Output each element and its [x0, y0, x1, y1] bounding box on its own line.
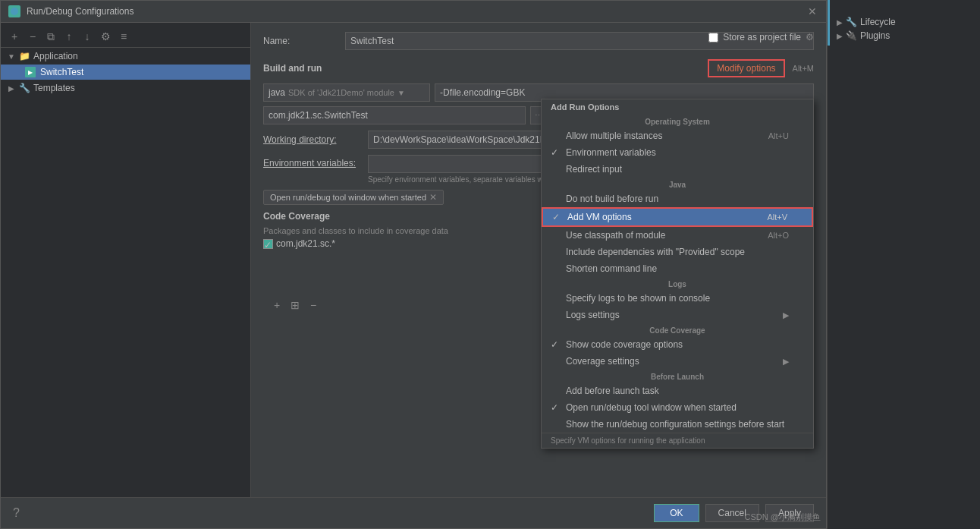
sdk-dropdown-arrow: ▼	[397, 89, 405, 97]
templates-expand-icon: ▶	[7, 83, 16, 93]
plugins-icon: 🔌	[846, 30, 857, 41]
menu-section-before-launch: Before Launch	[542, 370, 813, 383]
right-panel-plugins[interactable]: ▶ 🔌 Plugins	[834, 29, 974, 43]
run-debug-dialog: Run/Debug Configurations ✕ + − ⧉ ↑ ↓ ⚙ ≡…	[0, 0, 827, 529]
menu-section-operating-system: Operating System	[542, 115, 813, 128]
watermark: CSDN @小满别摸鱼	[745, 512, 821, 523]
menu-item-redirect-input[interactable]: Redirect input	[542, 161, 813, 178]
env-vars-label: Environment variables:	[263, 158, 362, 168]
dropdown-menu: Add Run Options Operating System Allow m…	[541, 99, 814, 449]
coverage-item-label: com.jdk21.sc.*	[276, 238, 335, 249]
menu-item-label: Use classpath of module	[566, 230, 665, 241]
menu-item-show-coverage[interactable]: ✓ Show code coverage options	[542, 336, 813, 353]
dialog-app-icon	[8, 5, 20, 17]
menu-item-label: Redirect input	[566, 164, 622, 175]
coverage-checkbox[interactable]: ✓	[263, 239, 273, 249]
dialog-title: Run/Debug Configurations	[27, 6, 800, 17]
menu-item-label: Show the run/debug configuration setting…	[566, 419, 784, 430]
gear-icon[interactable]: ⚙	[806, 32, 814, 43]
menu-item-use-classpath[interactable]: Use classpath of module Alt+O	[542, 227, 813, 244]
expand-icon: ▼	[7, 52, 16, 61]
config-icon: ▶	[25, 67, 36, 77]
menu-item-label: Allow multiple instances	[566, 131, 662, 141]
store-project-file-checkbox[interactable]	[708, 33, 718, 43]
plugins-label: Plugins	[860, 30, 890, 41]
ok-button[interactable]: OK	[654, 504, 699, 522]
templates-label: Templates	[33, 83, 75, 93]
move-up-button[interactable]: ↑	[61, 29, 77, 44]
checkmark-icon: ✓	[552, 212, 560, 222]
add-config-button[interactable]: +	[7, 29, 22, 44]
app-group-label: Application	[33, 51, 78, 61]
tag-label: Open run/debug tool window when started	[270, 193, 426, 202]
modify-options-button[interactable]: Modify options	[708, 59, 784, 77]
right-panel-inner: ▶ 🔧 Lifecycle ▶ 🔌 Plugins	[828, 0, 980, 49]
right-panel-lifecycle[interactable]: ▶ 🔧 Lifecycle	[834, 15, 974, 29]
remove-coverage-button[interactable]: −	[306, 298, 321, 313]
class-input[interactable]	[263, 106, 526, 124]
menu-item-do-not-build[interactable]: Do not build before run	[542, 191, 813, 207]
sidebar-templates[interactable]: ▶ 🔧 Templates	[1, 80, 250, 96]
store-project-file-label: Store as project file	[723, 32, 801, 43]
add-coverage-button[interactable]: +	[269, 298, 284, 313]
menu-item-shortcut: Alt+V	[767, 213, 787, 222]
svg-point-0	[11, 8, 18, 15]
right-panel: ▶ 🔧 Lifecycle ▶ 🔌 Plugins	[827, 0, 980, 529]
menu-item-coverage-settings[interactable]: Coverage settings ▶	[542, 353, 813, 370]
menu-item-shortcut: Alt+O	[768, 231, 789, 240]
menu-item-env-vars[interactable]: ✓ Environment variables	[542, 144, 813, 161]
sdk-detail: SDK of 'Jdk21Demo' module	[288, 88, 394, 97]
menu-item-include-deps[interactable]: Include dependencies with "Provided" sco…	[542, 244, 813, 260]
menu-item-shortcut: Alt+U	[768, 131, 789, 140]
menu-item-allow-multiple[interactable]: Allow multiple instances Alt+U	[542, 128, 813, 144]
lifecycle-label: Lifecycle	[860, 17, 896, 27]
main-content: Name: Store as project file ⚙ Build and …	[251, 23, 826, 497]
build-run-label: Build and run	[263, 63, 322, 74]
menu-item-open-tool-window[interactable]: ✓ Open run/debug tool window when starte…	[542, 399, 813, 416]
menu-item-label: Specify logs to be shown in console	[566, 293, 710, 304]
open-tool-window-tag: Open run/debug tool window when started …	[263, 190, 444, 205]
submenu-arrow-icon: ▶	[783, 357, 789, 367]
menu-item-add-before-launch[interactable]: Add before launch task	[542, 383, 813, 399]
close-button[interactable]: ✕	[806, 5, 818, 17]
java-sdk-selector[interactable]: java SDK of 'Jdk21Demo' module ▼	[263, 83, 430, 102]
menu-section-code-coverage: Code Coverage	[542, 323, 813, 336]
menu-item-label: Add before launch task	[566, 386, 659, 396]
sort-button[interactable]: ≡	[116, 29, 131, 44]
name-label: Name:	[263, 36, 339, 46]
remove-config-button[interactable]: −	[25, 29, 40, 44]
lifecycle-icon: 🔧	[846, 17, 857, 27]
menu-header: Add Run Options	[542, 99, 813, 115]
help-button[interactable]: ?	[13, 506, 20, 520]
move-down-button[interactable]: ↓	[80, 29, 95, 44]
menu-item-label: Environment variables	[566, 147, 656, 158]
add-pattern-button[interactable]: ⊞	[287, 298, 303, 313]
tag-close-button[interactable]: ✕	[429, 192, 437, 203]
settings-button[interactable]: ⚙	[98, 29, 113, 44]
submenu-arrow-icon: ▶	[783, 310, 789, 320]
sidebar-item-switchtest[interactable]: ▶ SwitchTest	[1, 65, 250, 80]
menu-item-logs-settings[interactable]: Logs settings ▶	[542, 307, 813, 323]
sidebar-item-label: SwitchTest	[40, 67, 83, 77]
plugins-expand-icon: ▶	[837, 32, 843, 40]
build-run-header: Build and run Modify options Alt+M	[263, 59, 814, 77]
sidebar: + − ⧉ ↑ ↓ ⚙ ≡ ▼ 📁 Application ▶ SwitchTe…	[1, 23, 251, 497]
sidebar-group-application[interactable]: ▼ 📁 Application	[1, 48, 250, 65]
dialog-body: + − ⧉ ↑ ↓ ⚙ ≡ ▼ 📁 Application ▶ SwitchTe…	[1, 23, 826, 497]
folder-icon: 📁	[19, 51, 30, 61]
menu-item-specify-logs[interactable]: Specify logs to be shown in console	[542, 290, 813, 307]
dialog-footer: ? OK Cancel Apply	[1, 497, 826, 528]
menu-item-label: Open run/debug tool window when started	[566, 402, 737, 413]
menu-section-java: Java	[542, 178, 813, 191]
menu-item-label: Coverage settings	[566, 356, 639, 367]
menu-tooltip: Specify VM options for running the appli…	[542, 433, 813, 448]
menu-item-label: Logs settings	[566, 310, 620, 320]
menu-item-label: Shorten command line	[566, 263, 657, 274]
modify-options-shortcut: Alt+M	[793, 64, 814, 73]
checkmark-icon: ✓	[551, 147, 558, 158]
checkmark-icon: ✓	[551, 339, 558, 350]
menu-item-shorten-cmd[interactable]: Shorten command line	[542, 260, 813, 277]
menu-item-add-vm-options[interactable]: ✓ Add VM options Alt+V	[542, 207, 813, 227]
menu-item-show-settings[interactable]: Show the run/debug configuration setting…	[542, 416, 813, 433]
copy-config-button[interactable]: ⧉	[43, 29, 58, 44]
